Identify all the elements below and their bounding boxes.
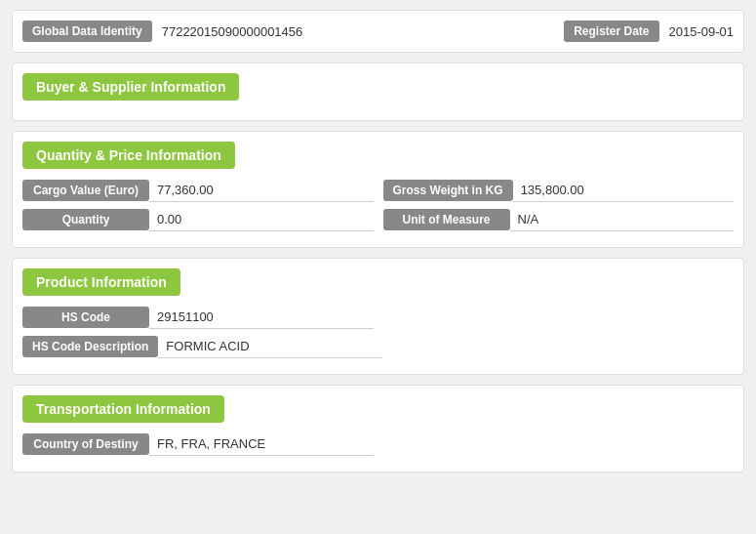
country-row: Country of Destiny FR, FRA, FRANCE [22,432,734,456]
cargo-value: 77,360.00 [149,179,374,202]
quantity-label: Quantity [22,209,149,230]
transportation-header: Transportation Information [22,395,224,423]
page-wrapper: Global Data Identity 7722201509000000145… [0,0,756,492]
buyer-supplier-header: Buyer & Supplier Information [22,73,239,101]
cargo-col: Cargo Value (Euro) 77,360.00 [22,179,374,202]
uom-label: Unit of Measure [383,209,510,230]
gdi-label: Global Data Identity [22,21,152,42]
register-label: Register Date [564,21,658,42]
gross-value: 135,800.00 [513,179,734,202]
quantity-col: Quantity 0.00 [22,208,374,231]
country-value: FR, FRA, FRANCE [149,432,374,456]
hs-code-row: HS Code 29151100 [22,306,734,329]
gross-label: Gross Weight in KG [383,180,513,201]
top-bar-left: Global Data Identity 7722201509000000145… [22,21,554,42]
quantity-price-header: Quantity & Price Information [22,142,235,169]
cargo-gross-row: Cargo Value (Euro) 77,360.00 Gross Weigh… [22,179,734,202]
transportation-section: Transportation Information Country of De… [12,385,744,472]
hs-desc-value: FORMIC ACID [158,335,382,358]
uom-col: Unit of Measure N/A [383,208,735,231]
quantity-price-section: Quantity & Price Information Cargo Value… [12,131,744,248]
country-label: Country of Destiny [22,433,149,455]
hs-code-value: 29151100 [149,306,374,329]
register-value: 2015-09-01 [669,24,735,39]
top-bar-right: Register Date 2015-09-01 [564,21,734,42]
cargo-label: Cargo Value (Euro) [22,180,149,201]
product-section: Product Information HS Code 29151100 HS … [12,258,744,375]
gdi-value: 77222015090000001456 [162,24,303,39]
uom-value: N/A [510,208,735,231]
top-bar-section: Global Data Identity 7722201509000000145… [12,10,744,53]
quantity-value: 0.00 [149,208,374,231]
hs-desc-label: HS Code Description [22,336,158,357]
buyer-supplier-section: Buyer & Supplier Information [12,62,744,121]
product-header: Product Information [22,268,180,296]
gross-col: Gross Weight in KG 135,800.00 [383,179,735,202]
hs-desc-row: HS Code Description FORMIC ACID [22,335,734,358]
hs-code-label: HS Code [22,307,149,328]
quantity-uom-row: Quantity 0.00 Unit of Measure N/A [22,208,734,231]
top-bar-inner: Global Data Identity 7722201509000000145… [22,21,734,42]
